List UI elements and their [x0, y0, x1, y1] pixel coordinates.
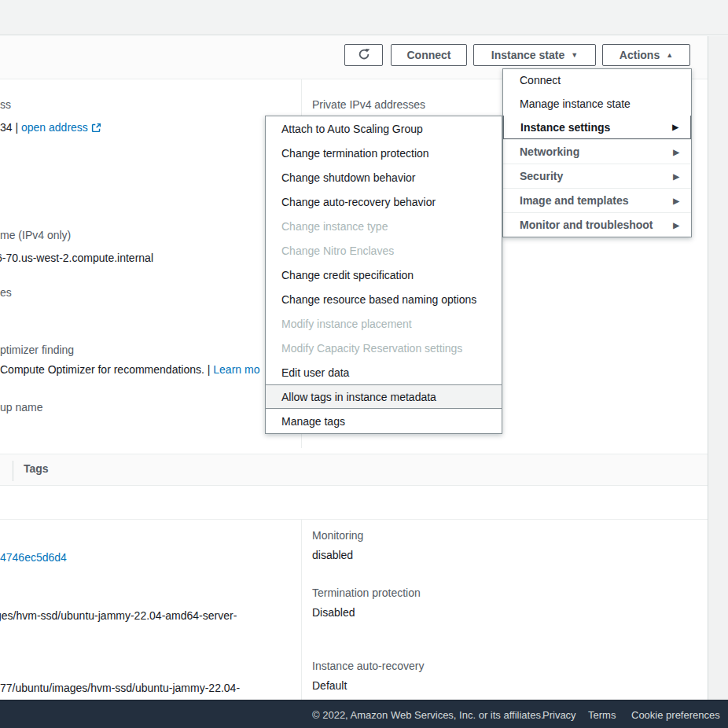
- submenu-item-edit-user-data[interactable]: Edit user data: [266, 360, 502, 384]
- footer-link-privacy[interactable]: Privacy: [542, 709, 576, 721]
- right-edge-strip: [708, 36, 728, 700]
- instance-settings-submenu: Attach to Auto Scaling Group Change term…: [265, 116, 502, 434]
- submenu-item-allow-tags-in-instance-metadata[interactable]: Allow tags in instance metadata: [266, 384, 502, 409]
- hostname-label: me (IPv4 only): [0, 227, 71, 243]
- ami-name-value: ges/hvm-ssd/ubuntu-jammy-22.04-amd64-ser…: [0, 608, 237, 623]
- auto-recovery-value: Default: [312, 678, 347, 693]
- monitoring-label: Monitoring: [312, 528, 363, 543]
- details-top-divider: [0, 519, 708, 520]
- optimizer-value: Compute Optimizer for recommendations. |: [0, 363, 210, 376]
- submenu-item-modify-capacity-reservation-settings: Modify Capacity Reservation settings: [266, 336, 502, 360]
- optimizer-row: Compute Optimizer for recommendations. |…: [0, 362, 259, 377]
- details-column-divider: [301, 519, 302, 700]
- footer-link-cookie-preferences[interactable]: Cookie preferences: [631, 709, 720, 721]
- top-nav-band: [0, 0, 728, 35]
- submenu-item-change-credit-specification[interactable]: Change credit specification: [266, 263, 502, 287]
- group-name-label: up name: [0, 399, 42, 415]
- submenu-item-change-auto-recovery-behavior[interactable]: Change auto-recovery behavior: [266, 189, 502, 214]
- submenu-arrow-icon: ▶: [673, 221, 679, 230]
- submenu-arrow-icon: ▶: [673, 197, 679, 205]
- submenu-arrow-icon: ▶: [673, 148, 679, 156]
- actions-button-label: Actions: [620, 49, 660, 61]
- private-ipv4-label: Private IPv4 addresses: [312, 97, 425, 112]
- auto-recovery-label: Instance auto-recovery: [312, 658, 424, 674]
- submenu-item-manage-tags[interactable]: Manage tags: [266, 409, 502, 433]
- tab-tags[interactable]: Tags: [24, 462, 49, 475]
- submenu-item-change-instance-type: Change instance type: [266, 214, 502, 238]
- menu-item-image-and-templates[interactable]: Image and templates ▶: [503, 188, 691, 212]
- submenu-item-change-nitro-enclaves: Change Nitro Enclaves: [266, 238, 502, 263]
- tab-separator: [13, 461, 13, 481]
- termination-protection-value: Disabled: [312, 605, 355, 620]
- refresh-button[interactable]: [344, 44, 383, 66]
- monitoring-value: disabled: [312, 547, 353, 563]
- submenu-item-change-resource-based-naming-options[interactable]: Change resource based naming options: [266, 287, 502, 311]
- menu-item-connect[interactable]: Connect: [503, 69, 691, 91]
- ipv6-label: es: [0, 285, 12, 300]
- menu-item-instance-settings[interactable]: Instance settings ▶: [503, 116, 691, 139]
- submenu-arrow-icon: ▶: [672, 123, 678, 131]
- menu-item-networking[interactable]: Networking ▶: [503, 139, 691, 164]
- chevron-down-icon: ▼: [571, 52, 578, 59]
- tab-bar: Tags: [0, 454, 708, 486]
- public-address-row: 34 | open address: [0, 119, 101, 137]
- submenu-item-change-termination-protection[interactable]: Change termination protection: [266, 141, 502, 165]
- ami-id-link[interactable]: 4746ec5d6d4: [0, 550, 67, 565]
- connect-button-label: Connect: [407, 49, 451, 61]
- ec2-console-screen: Connect Instance state ▼ Actions ▲ ss 34…: [0, 0, 728, 728]
- optimizer-label: ptimizer finding: [0, 342, 74, 358]
- menu-item-manage-instance-state[interactable]: Manage instance state: [503, 91, 691, 116]
- connect-button[interactable]: Connect: [391, 44, 467, 66]
- instance-state-button[interactable]: Instance state ▼: [473, 44, 596, 66]
- public-address-value: 34 |: [0, 121, 18, 134]
- open-address-link[interactable]: open address: [21, 121, 101, 134]
- submenu-item-attach-to-auto-scaling-group[interactable]: Attach to Auto Scaling Group: [266, 116, 502, 141]
- submenu-arrow-icon: ▶: [673, 172, 679, 181]
- ami-location-value: 77/ubuntu/images/hvm-ssd/ubuntu-jammy-22…: [0, 680, 240, 696]
- instance-state-label: Instance state: [491, 49, 564, 61]
- actions-menu: Connect Manage instance state Instance s…: [502, 68, 692, 237]
- external-link-icon: [91, 121, 101, 137]
- menu-item-security[interactable]: Security ▶: [503, 164, 691, 188]
- footer: © 2022, Amazon Web Services, Inc. or its…: [0, 700, 728, 728]
- submenu-item-modify-instance-placement: Modify instance placement: [266, 311, 502, 336]
- chevron-up-icon: ▲: [666, 52, 673, 59]
- hostname-value: 6-70.us-west-2.compute.internal: [0, 250, 153, 266]
- refresh-icon: [358, 48, 370, 63]
- termination-protection-label: Termination protection: [312, 585, 421, 601]
- learn-more-link[interactable]: Learn mo: [213, 363, 259, 376]
- submenu-item-change-shutdown-behavior[interactable]: Change shutdown behavior: [266, 165, 502, 189]
- actions-button[interactable]: Actions ▲: [602, 44, 690, 66]
- footer-copyright: © 2022, Amazon Web Services, Inc. or its…: [312, 709, 544, 721]
- public-address-label: ss: [0, 97, 11, 112]
- footer-link-terms[interactable]: Terms: [588, 709, 616, 721]
- menu-item-monitor-and-troubleshoot[interactable]: Monitor and troubleshoot ▶: [503, 212, 691, 237]
